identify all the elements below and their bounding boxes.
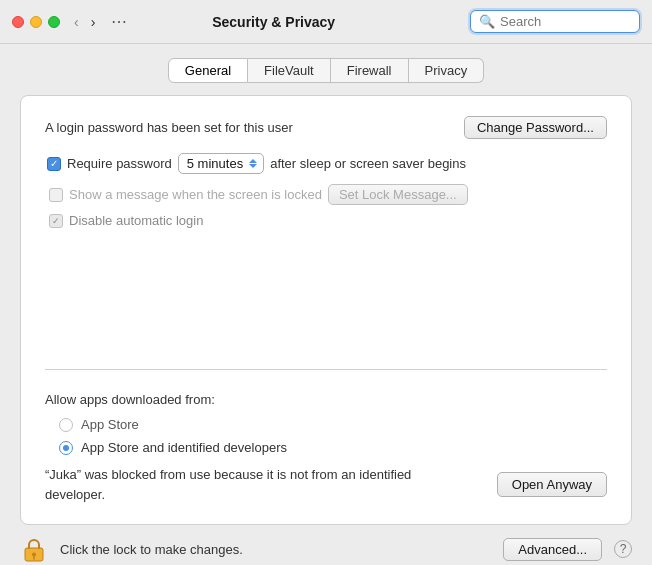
dropdown-up-arrow <box>249 159 257 163</box>
titlebar: ‹ › ⋯ Security & Privacy 🔍 <box>0 0 652 44</box>
dropdown-down-arrow <box>249 164 257 168</box>
require-password-label: Require password <box>67 156 172 171</box>
show-message-row: Show a message when the screen is locked… <box>49 184 607 205</box>
time-value: 5 minutes <box>187 156 243 171</box>
close-button[interactable] <box>12 16 24 28</box>
bottom-section: Allow apps downloaded from: App Store Ap… <box>45 384 607 504</box>
dropdown-arrows <box>249 159 257 168</box>
advanced-button[interactable]: Advanced... <box>503 538 602 561</box>
show-message-label: Show a message when the screen is locked <box>69 187 322 202</box>
tab-firewall[interactable]: Firewall <box>331 58 409 83</box>
app-store-identified-radio-row: App Store and identified developers <box>59 440 607 455</box>
section-divider <box>45 369 607 370</box>
password-row: A login password has been set for this u… <box>45 116 607 139</box>
app-store-identified-radio[interactable] <box>59 441 73 455</box>
app-store-radio-row: App Store <box>59 417 607 432</box>
search-input[interactable] <box>500 14 631 29</box>
after-sleep-label: after sleep or screen saver begins <box>270 156 466 171</box>
maximize-button[interactable] <box>48 16 60 28</box>
app-store-radio[interactable] <box>59 418 73 432</box>
tabs-bar: General FileVault Firewall Privacy <box>0 58 652 83</box>
bottom-bar: Click the lock to make changes. Advanced… <box>0 525 652 565</box>
password-set-label: A login password has been set for this u… <box>45 120 464 135</box>
time-dropdown[interactable]: 5 minutes <box>178 153 264 174</box>
disable-login-row: ✓ Disable automatic login <box>49 213 607 228</box>
tab-filevault[interactable]: FileVault <box>248 58 331 83</box>
minimize-button[interactable] <box>30 16 42 28</box>
allow-apps-label: Allow apps downloaded from: <box>45 392 607 407</box>
lock-icon[interactable] <box>20 535 48 563</box>
require-password-checkbox[interactable]: ✓ <box>47 157 61 171</box>
search-box[interactable]: 🔍 <box>470 10 640 33</box>
help-button[interactable]: ? <box>614 540 632 558</box>
app-store-identified-label: App Store and identified developers <box>81 440 287 455</box>
app-store-label: App Store <box>81 417 139 432</box>
blocked-text: “Juka” was blocked from use because it i… <box>45 465 425 504</box>
disable-login-label: Disable automatic login <box>69 213 203 228</box>
change-password-button[interactable]: Change Password... <box>464 116 607 139</box>
traffic-lights <box>12 16 60 28</box>
show-message-checkbox[interactable] <box>49 188 63 202</box>
main-content: A login password has been set for this u… <box>20 95 632 525</box>
radio-dot <box>63 445 69 451</box>
search-icon: 🔍 <box>479 14 495 29</box>
disable-login-checkbox[interactable]: ✓ <box>49 214 63 228</box>
open-anyway-button[interactable]: Open Anyway <box>497 472 607 497</box>
require-password-row: ✓ Require password 5 minutes after sleep… <box>47 153 607 174</box>
tab-privacy[interactable]: Privacy <box>409 58 485 83</box>
tab-general[interactable]: General <box>168 58 248 83</box>
top-section: A login password has been set for this u… <box>45 116 607 355</box>
window-title: Security & Privacy <box>77 14 470 30</box>
lock-label: Click the lock to make changes. <box>60 542 491 557</box>
set-lock-message-button[interactable]: Set Lock Message... <box>328 184 468 205</box>
blocked-row: “Juka” was blocked from use because it i… <box>45 465 607 504</box>
